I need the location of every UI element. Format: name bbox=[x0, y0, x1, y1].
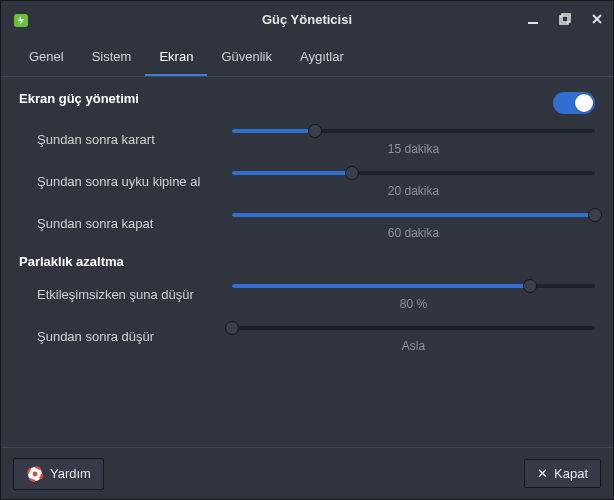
tab-security[interactable]: Güvenlik bbox=[207, 39, 286, 76]
close-button[interactable]: ✕ Kapat bbox=[524, 459, 601, 488]
tab-system[interactable]: Sistem bbox=[78, 39, 146, 76]
slider-thumb[interactable] bbox=[523, 279, 537, 293]
row-blank-after: Şundan sonra karart 15 dakika bbox=[19, 122, 595, 156]
value-off-after: 60 dakika bbox=[232, 226, 595, 240]
help-icon bbox=[26, 465, 44, 483]
brightness-section: Parlaklık azaltma Etkileşimsizken şuna d… bbox=[19, 254, 595, 353]
tab-display[interactable]: Ekran bbox=[145, 39, 207, 76]
slider-thumb[interactable] bbox=[225, 321, 239, 335]
value-sleep-after: 20 dakika bbox=[232, 184, 595, 198]
slider-sleep-after-wrap: 20 dakika bbox=[232, 164, 595, 198]
slider-sleep-after[interactable] bbox=[232, 164, 595, 182]
svg-point-9 bbox=[33, 471, 38, 476]
slider-fill bbox=[232, 284, 530, 288]
label-sleep-after: Şundan sonra uyku kipine al bbox=[37, 174, 232, 189]
value-reduce-after: Asla bbox=[232, 339, 595, 353]
slider-off-after[interactable] bbox=[232, 206, 595, 224]
close-window-button[interactable] bbox=[587, 9, 607, 29]
brightness-title: Parlaklık azaltma bbox=[19, 254, 595, 269]
close-button-label: Kapat bbox=[554, 466, 588, 481]
svg-rect-3 bbox=[560, 16, 568, 24]
slider-blank-after-wrap: 15 dakika bbox=[232, 122, 595, 156]
row-reduce-to: Etkileşimsizken şuna düşür 80 % bbox=[19, 277, 595, 311]
row-sleep-after: Şundan sonra uyku kipine al 20 dakika bbox=[19, 164, 595, 198]
slider-reduce-after[interactable] bbox=[232, 319, 595, 337]
help-button-label: Yardım bbox=[50, 466, 91, 481]
slider-fill bbox=[232, 129, 315, 133]
tab-devices[interactable]: Aygıtlar bbox=[286, 39, 358, 76]
tab-general[interactable]: Genel bbox=[15, 39, 78, 76]
value-blank-after: 15 dakika bbox=[232, 142, 595, 156]
power-manager-window: Güç Yöneticisi Genel Sistem Ekran Gü bbox=[0, 0, 614, 500]
toggle-knob bbox=[575, 94, 593, 112]
slider-reduce-after-wrap: Asla bbox=[232, 319, 595, 353]
display-power-title: Ekran güç yönetimi bbox=[19, 91, 139, 106]
slider-thumb[interactable] bbox=[345, 166, 359, 180]
slider-off-after-wrap: 60 dakika bbox=[232, 206, 595, 240]
slider-rail bbox=[232, 326, 595, 330]
label-reduce-after: Şundan sonra düşür bbox=[37, 329, 232, 344]
display-power-header: Ekran güç yönetimi bbox=[19, 91, 595, 114]
slider-reduce-to[interactable] bbox=[232, 277, 595, 295]
close-icon: ✕ bbox=[537, 467, 548, 480]
minimize-button[interactable] bbox=[523, 9, 543, 29]
window-title: Güç Yöneticisi bbox=[262, 12, 352, 27]
slider-blank-after[interactable] bbox=[232, 122, 595, 140]
slider-fill bbox=[232, 213, 595, 217]
titlebar: Güç Yöneticisi bbox=[1, 1, 613, 37]
label-reduce-to: Etkileşimsizken şuna düşür bbox=[37, 287, 232, 302]
row-off-after: Şundan sonra kapat 60 dakika bbox=[19, 206, 595, 240]
maximize-button[interactable] bbox=[555, 9, 575, 29]
value-reduce-to: 80 % bbox=[232, 297, 595, 311]
display-power-toggle[interactable] bbox=[553, 92, 595, 114]
slider-thumb[interactable] bbox=[588, 208, 602, 222]
label-off-after: Şundan sonra kapat bbox=[37, 216, 232, 231]
window-controls bbox=[523, 9, 607, 29]
slider-fill bbox=[232, 171, 352, 175]
battery-app-icon bbox=[11, 9, 31, 29]
slider-reduce-to-wrap: 80 % bbox=[232, 277, 595, 311]
tabbar: Genel Sistem Ekran Güvenlik Aygıtlar bbox=[1, 37, 613, 77]
footer: Yardım ✕ Kapat bbox=[1, 447, 613, 499]
label-blank-after: Şundan sonra karart bbox=[37, 132, 232, 147]
row-reduce-after: Şundan sonra düşür Asla bbox=[19, 319, 595, 353]
svg-rect-2 bbox=[528, 22, 538, 24]
slider-thumb[interactable] bbox=[308, 124, 322, 138]
svg-rect-4 bbox=[562, 14, 570, 22]
help-button[interactable]: Yardım bbox=[13, 458, 104, 490]
content-pane: Ekran güç yönetimi Şundan sonra karart 1… bbox=[1, 77, 613, 447]
